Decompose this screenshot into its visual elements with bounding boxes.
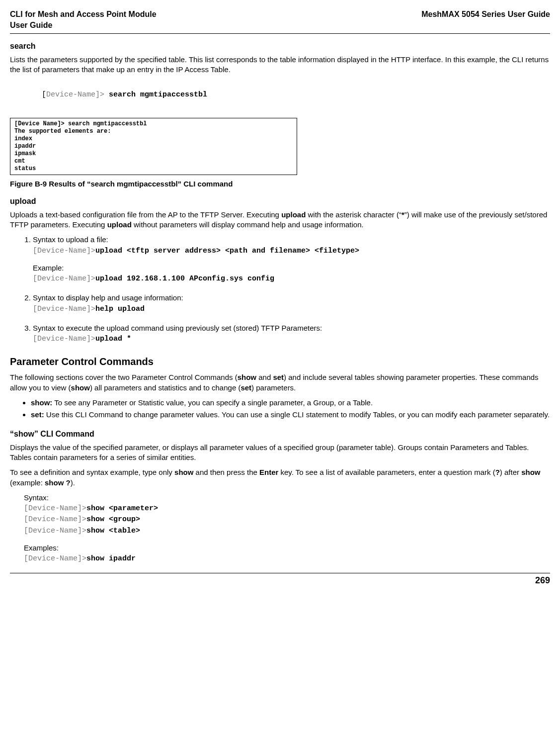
text-bold: ? bbox=[495, 468, 500, 476]
text-bold: show bbox=[174, 468, 193, 476]
section-heading-show-cli: “show” CLI Command bbox=[10, 429, 550, 440]
text-bold: upload bbox=[281, 210, 306, 219]
code-prompt: [Device-Name]> bbox=[33, 274, 95, 283]
syntax-label: Syntax: bbox=[24, 493, 49, 502]
text: and bbox=[256, 373, 273, 381]
para-upload-description: Uploads a text-based configuration file … bbox=[10, 210, 550, 230]
text: without parameters will display command … bbox=[132, 220, 364, 229]
bullet-text: To see any Parameter or Statistic value,… bbox=[52, 398, 373, 407]
para-show-description2: To see a definition and syntax example, … bbox=[10, 467, 550, 488]
code-command: show <table> bbox=[86, 527, 140, 535]
page-header: CLI for Mesh and Access Point Module Use… bbox=[10, 9, 550, 34]
text: with the asterisk character (“ bbox=[306, 210, 401, 219]
examples-label: Examples: bbox=[24, 544, 59, 552]
bullet-label-show: show: bbox=[31, 398, 52, 407]
header-left: CLI for Mesh and Access Point Module Use… bbox=[10, 9, 157, 30]
code-command: search mgmtipaccesstbl bbox=[104, 91, 207, 99]
code-bracket: [ bbox=[42, 91, 46, 99]
text: The following sections cover the two Par… bbox=[10, 373, 238, 381]
list-item: Syntax to display help and usage informa… bbox=[33, 293, 550, 314]
code-prompt: [Device-Name]> bbox=[24, 527, 86, 535]
code-command: show <parameter> bbox=[86, 504, 158, 513]
code-command: show ipaddr bbox=[86, 554, 136, 563]
para-show-description1: Displays the value of the specified para… bbox=[10, 443, 550, 463]
code-prompt: [Device-Name]> bbox=[24, 554, 86, 563]
code-prompt: [Device-Name]> bbox=[33, 335, 95, 343]
text-bold: upload bbox=[107, 220, 132, 229]
bullet-label-set: set: bbox=[31, 410, 44, 419]
code-command: upload <tftp server address> <path and f… bbox=[95, 247, 359, 255]
section-heading-search: search bbox=[10, 41, 550, 52]
code-prompt: [Device-Name]> bbox=[24, 504, 86, 513]
text: (example: bbox=[10, 478, 45, 487]
code-prompt: [Device-Name]> bbox=[33, 247, 95, 255]
code-command: upload 192.168.1.100 APconfig.sys config bbox=[95, 274, 274, 283]
code-search-cmd: [Device-Name]> search mgmtipaccesstbl bbox=[24, 80, 550, 110]
step-text: Syntax to display help and usage informa… bbox=[33, 293, 183, 302]
upload-steps-list: Syntax to upload a file: [Device-Name]>u… bbox=[24, 235, 550, 344]
code-command: show <group> bbox=[86, 515, 140, 524]
code-prompt: [Device-Name]> bbox=[24, 515, 86, 524]
text-bold: set bbox=[273, 373, 284, 381]
text-bold: show bbox=[238, 373, 256, 381]
step-text: Syntax to execute the upload command usi… bbox=[33, 324, 322, 332]
text-bold: show bbox=[71, 383, 90, 392]
code-command: help upload bbox=[95, 305, 145, 313]
text: To see a definition and syntax example, … bbox=[10, 468, 174, 476]
list-item: set: Use this CLI Command to change para… bbox=[31, 410, 550, 420]
para-search-description: Lists the parameters supported by the sp… bbox=[10, 55, 550, 75]
header-right: MeshMAX 5054 Series User Guide bbox=[421, 9, 550, 20]
text: ) all parameters and statistics and to c… bbox=[90, 383, 241, 392]
example-label: Example: bbox=[33, 264, 64, 272]
bullet-list-commands: show: To see any Parameter or Statistic … bbox=[24, 398, 550, 420]
section-heading-parameter-control: Parameter Control Commands bbox=[10, 355, 550, 368]
list-item: show: To see any Parameter or Statistic … bbox=[31, 398, 550, 408]
text-bold: show ? bbox=[45, 478, 71, 487]
list-item: Syntax to execute the upload command usi… bbox=[33, 323, 550, 345]
list-item: Syntax to upload a file: [Device-Name]>u… bbox=[33, 235, 550, 284]
text: Uploads a text-based configuration file … bbox=[10, 210, 281, 219]
text: ) parameters. bbox=[251, 383, 296, 392]
text: and then press the bbox=[193, 468, 259, 476]
figure-b9-box: [Device Name]> search mgmtipaccesstbl Th… bbox=[10, 118, 297, 175]
text-bold: Enter bbox=[259, 468, 278, 476]
bullet-text: Use this CLI Command to change parameter… bbox=[44, 410, 550, 419]
page-footer: 269 bbox=[10, 573, 550, 586]
figure-b9-caption: Figure B-9 Results of “search mgmtipacce… bbox=[10, 179, 550, 189]
page-number: 269 bbox=[535, 575, 550, 585]
code-prompt: [Device-Name]> bbox=[33, 305, 95, 313]
syntax-block: Syntax: [Device-Name]>show <parameter> [… bbox=[24, 493, 550, 536]
para-pcc-description: The following sections cover the two Par… bbox=[10, 372, 550, 393]
code-prompt: Device-Name]> bbox=[46, 91, 104, 99]
text-bold: show bbox=[521, 468, 540, 476]
text: ) after bbox=[500, 468, 521, 476]
text: key. To see a list of available paramete… bbox=[278, 468, 495, 476]
examples-block: Examples: [Device-Name]>show ipaddr bbox=[24, 543, 550, 564]
section-heading-upload: upload bbox=[10, 196, 550, 207]
step-text: Syntax to upload a file: bbox=[33, 235, 108, 244]
text: ). bbox=[71, 478, 75, 487]
text-bold: set bbox=[240, 383, 251, 392]
code-command: upload * bbox=[95, 335, 131, 343]
